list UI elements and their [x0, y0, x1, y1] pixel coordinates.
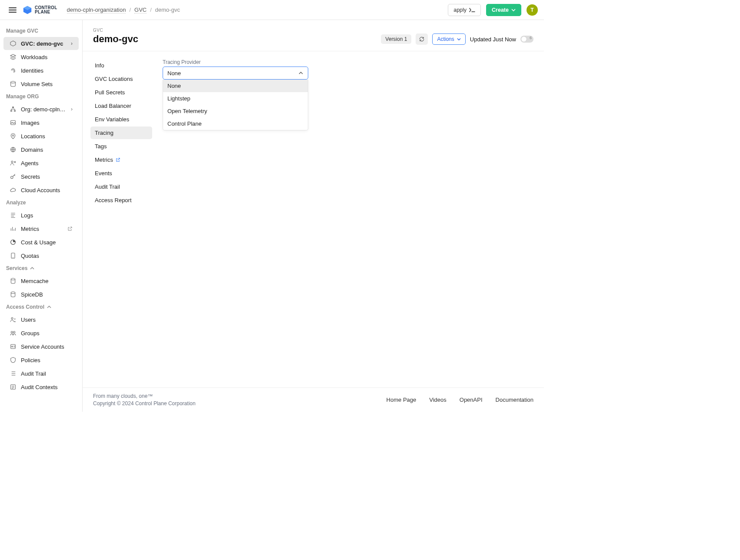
svg-point-13 — [11, 317, 13, 319]
refresh-button[interactable] — [416, 33, 428, 45]
sidebar-item-audit-contexts[interactable]: Audit Contexts — [3, 380, 79, 393]
fingerprint-icon — [10, 67, 17, 74]
sidebar-item-groups[interactable]: Groups — [3, 327, 79, 340]
globe-icon — [10, 146, 17, 153]
topbar: CONTROL PLANE demo-cpln-organization / G… — [0, 0, 544, 20]
sidebar-item-workloads[interactable]: Workloads — [3, 50, 79, 63]
list-icon — [10, 370, 17, 377]
sidebar-item-cloud-accounts[interactable]: Cloud Accounts — [3, 183, 79, 197]
terminal-icon — [469, 8, 475, 12]
context-icon — [10, 383, 17, 390]
footer-copyright: Copyright © 2024 Control Plane Corporati… — [93, 400, 196, 407]
svg-rect-4 — [11, 120, 16, 124]
breadcrumb-org[interactable]: demo-cpln-organization — [67, 7, 126, 13]
sidebar-item-org[interactable]: Org: demo-cpln-o... › — [3, 103, 79, 116]
resource-kind: GVC — [93, 28, 138, 33]
dropdown-option-control-plane[interactable]: Control Plane — [163, 117, 308, 130]
actions-button[interactable]: Actions — [432, 33, 465, 45]
sidebar-item-identities[interactable]: Identities — [3, 64, 79, 77]
refresh-icon — [419, 36, 425, 42]
subnav-item-load-balancer[interactable]: Load Balancer — [90, 100, 152, 112]
breadcrumbs: demo-cpln-organization / GVC / demo-gvc — [67, 7, 180, 13]
sidebar-item-cost-usage[interactable]: Cost & Usage — [3, 236, 79, 249]
tracing-provider-select[interactable]: None — [163, 67, 308, 80]
subnav-item-metrics[interactable]: Metrics — [90, 153, 152, 166]
sidebar-item-locations[interactable]: Locations — [3, 130, 79, 143]
chevron-right-icon: › — [71, 106, 73, 112]
autorefresh-toggle[interactable]: 6 — [520, 36, 533, 43]
chevron-down-icon — [511, 8, 516, 12]
sidebar-item-spicedb[interactable]: SpiceDB — [3, 288, 79, 301]
sidebar-item-gvc[interactable]: GVC: demo-gvc › — [3, 37, 79, 50]
breadcrumb-kind[interactable]: GVC — [134, 7, 147, 13]
subnav-item-info[interactable]: Info — [90, 59, 152, 72]
badge-icon — [10, 343, 17, 350]
chart-icon — [10, 225, 17, 232]
sidebar-item-secrets[interactable]: Secrets — [3, 170, 79, 183]
footer-link-openapi[interactable]: OpenAPI — [460, 397, 483, 403]
menu-toggle[interactable] — [9, 7, 17, 13]
external-link-icon — [67, 226, 73, 231]
sidebar-item-domains[interactable]: Domains — [3, 143, 79, 156]
version-badge[interactable]: Version 1 — [381, 34, 411, 44]
database-icon — [10, 291, 17, 298]
sidebar-section-services[interactable]: Services — [0, 263, 82, 274]
subnav-item-access-report[interactable]: Access Report — [90, 194, 152, 207]
group-icon — [10, 330, 17, 337]
subnav-item-events[interactable]: Events — [90, 167, 152, 180]
svg-point-7 — [11, 161, 13, 163]
chevron-up-icon — [298, 70, 303, 76]
subnav-item-tracing[interactable]: Tracing — [90, 127, 152, 139]
sidebar-item-images[interactable]: Images — [3, 116, 79, 129]
apply-button[interactable]: apply — [448, 4, 481, 16]
tracing-panel: Tracing Provider None NoneLightstepOpen … — [152, 51, 544, 412]
sidebar-item-volume-sets[interactable]: Volume Sets — [3, 77, 79, 90]
avatar[interactable]: T — [527, 4, 538, 16]
sidebar-item-agents[interactable]: Agents — [3, 157, 79, 170]
svg-point-15 — [13, 331, 15, 333]
create-button[interactable]: Create — [486, 4, 521, 16]
svg-marker-2 — [10, 41, 16, 46]
svg-point-17 — [12, 346, 13, 347]
shield-icon — [10, 357, 17, 363]
dropdown-option-none[interactable]: None — [163, 80, 308, 92]
pin-icon — [10, 133, 17, 140]
logo[interactable]: CONTROL PLANE — [23, 5, 57, 15]
sitemap-icon — [10, 106, 17, 113]
content-body: InfoGVC LocationsPull SecretsLoad Balanc… — [83, 51, 544, 412]
sidebar-item-memcache[interactable]: Memcache — [3, 274, 79, 287]
logo-text: CONTROL PLANE — [35, 6, 57, 14]
sidebar-item-metrics[interactable]: Metrics — [3, 222, 79, 235]
footer-link-home-page[interactable]: Home Page — [387, 397, 417, 403]
svg-point-14 — [11, 331, 13, 333]
subnav-item-audit-trail[interactable]: Audit Trail — [90, 180, 152, 193]
sidebar-item-audit-trail[interactable]: Audit Trail — [3, 367, 79, 380]
sidebar-item-logs[interactable]: Logs — [3, 209, 79, 222]
sidebar-section-access-control[interactable]: Access Control — [0, 301, 82, 313]
breadcrumb-current: demo-gvc — [155, 7, 180, 13]
chevron-up-icon — [47, 305, 51, 309]
sidebar-item-policies[interactable]: Policies — [3, 353, 79, 367]
tablet-icon — [10, 252, 17, 259]
cloud-icon — [10, 187, 17, 193]
sidebar-section-analyze: Analyze — [0, 197, 82, 208]
chevron-down-icon — [457, 37, 461, 41]
sidebar-item-users[interactable]: Users — [3, 313, 79, 326]
subnav-item-tags[interactable]: Tags — [90, 140, 152, 153]
subnav-item-gvc-locations[interactable]: GVC Locations — [90, 73, 152, 85]
updated-status: Updated Just Now — [470, 36, 516, 43]
footer-link-documentation[interactable]: Documentation — [496, 397, 533, 403]
logo-icon — [23, 5, 32, 15]
dropdown-option-open-telemetry[interactable]: Open Telemetry — [163, 105, 308, 117]
sidebar-item-quotas[interactable]: Quotas — [3, 249, 79, 262]
database-icon — [10, 277, 17, 284]
sidebar-item-service-accounts[interactable]: Service Accounts — [3, 340, 79, 353]
subnav-item-env-variables[interactable]: Env Variables — [90, 113, 152, 126]
footer-link-videos[interactable]: Videos — [429, 397, 447, 403]
svg-point-8 — [11, 176, 13, 178]
dropdown-option-lightstep[interactable]: Lightstep — [163, 92, 308, 105]
subnav-item-pull-secrets[interactable]: Pull Secrets — [90, 86, 152, 99]
footer-tagline: From many clouds, one™ — [93, 393, 196, 400]
chevron-up-icon — [30, 266, 34, 270]
image-icon — [10, 119, 17, 126]
